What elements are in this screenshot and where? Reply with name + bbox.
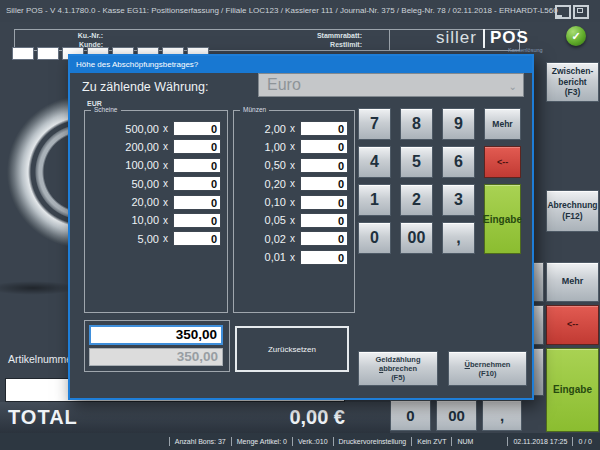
denomination-count-input[interactable]: 0 <box>300 176 348 191</box>
denomination-label: 5,00 <box>138 233 159 245</box>
button-label-line: bericht <box>558 77 586 88</box>
minimize-icon[interactable] <box>555 5 571 19</box>
settlement-button[interactable]: Abrechnung(F12) <box>546 190 599 232</box>
main-key-0[interactable]: 0 <box>390 400 431 431</box>
key-4[interactable]: 4 <box>358 146 391 178</box>
denomination-count-input[interactable]: 0 <box>300 139 348 154</box>
denomination-count-input[interactable]: 0 <box>173 176 221 191</box>
denomination-row: 200,00 x 0 <box>85 139 227 154</box>
key-1[interactable]: 1 <box>358 184 391 216</box>
cancel-count-button[interactable]: Geldzählung abbrechen (F5) <box>358 351 438 386</box>
total-bar: TOTAL 0,00 € <box>0 402 390 433</box>
bills-group: Scheine 500,00 x 0 200,00 x 0 100,00 x <box>84 110 228 313</box>
multiply-sign: x <box>163 178 168 189</box>
denomination-row: 2,00 x 0 <box>234 121 354 136</box>
button-label-line: (F12) <box>562 211 582 222</box>
article-number-label: Artikelnummer <box>8 353 76 365</box>
multiply-sign: x <box>163 123 168 134</box>
button-label-line: (F3) <box>565 87 581 98</box>
key-enter[interactable]: Eingabe <box>484 184 521 254</box>
denomination-count-input[interactable]: 0 <box>300 195 348 210</box>
restore-icon[interactable] <box>573 5 589 19</box>
denomination-count-input[interactable]: 0 <box>173 158 221 173</box>
key-comma[interactable]: , <box>442 222 475 254</box>
denomination-count-input[interactable]: 0 <box>300 121 348 136</box>
apply-button[interactable]: Übernehmen (F10) <box>448 351 527 386</box>
key-0[interactable]: 0 <box>358 222 391 254</box>
sum-input[interactable]: 350,00 <box>89 325 223 345</box>
siller-pos-logo: siller POS Kassenlösung <box>436 28 529 48</box>
denomination-count-input[interactable]: 0 <box>300 213 348 228</box>
cash-count-dialog: Höhe des Abschöpfungsbetrages? Zu zählen… <box>68 54 534 400</box>
denomination-count-input[interactable]: 0 <box>173 231 221 246</box>
coins-group-label: Münzen <box>240 106 269 113</box>
denomination-row: 0,01 x 0 <box>234 250 354 265</box>
denomination-label: 200,00 <box>125 141 159 153</box>
window-titlebar: Siller POS - V 4.1.1780.0 - Kasse EG11: … <box>0 0 600 22</box>
denomination-label: 0,02 <box>265 233 286 245</box>
denomination-label: 10,00 <box>131 214 159 226</box>
ring-shadow-graphic <box>0 281 78 295</box>
button-label-line: <-- <box>567 319 578 330</box>
denomination-count-input[interactable]: 0 <box>173 213 221 228</box>
logo-text-siller: siller <box>436 28 477 48</box>
button-label-line: Zwischen- <box>552 66 594 77</box>
currency-select[interactable]: Euro ⌄ <box>258 73 524 97</box>
multiply-sign: x <box>290 123 295 134</box>
sum-group: 350,00 350,00 <box>84 320 230 372</box>
denomination-label: 500,00 <box>125 123 159 135</box>
logo-separator <box>483 29 485 48</box>
denomination-count-input[interactable]: 0 <box>300 250 348 265</box>
total-value: 0,00 € <box>289 406 345 429</box>
quick-slot[interactable] <box>37 47 59 60</box>
key-6[interactable]: 6 <box>442 146 475 178</box>
status-item: Verk.:010 <box>292 437 333 446</box>
denomination-row: 0,02 x 0 <box>234 231 354 246</box>
key-backspace[interactable]: <-- <box>484 146 521 178</box>
multiply-sign: x <box>163 160 168 171</box>
key-00[interactable]: 00 <box>400 222 433 254</box>
multiply-sign: x <box>163 141 168 152</box>
bills-rows: 500,00 x 0 200,00 x 0 100,00 x 0 50 <box>85 111 227 246</box>
quick-slot[interactable] <box>12 47 34 60</box>
key-9[interactable]: 9 <box>442 108 475 140</box>
backspace-button[interactable]: <-- <box>546 305 599 345</box>
coins-group: Münzen 2,00 x 0 1,00 x 0 0,50 x 0 <box>233 110 355 313</box>
key-5[interactable]: 5 <box>400 146 433 178</box>
status-item: Anzahl Bons: 37 <box>169 437 231 446</box>
status-item: Menge Artikel: 0 <box>231 437 292 446</box>
denomination-row: 10,00 x 0 <box>85 213 227 228</box>
main-key-00[interactable]: 00 <box>436 400 477 431</box>
denomination-label: 1,00 <box>265 141 286 153</box>
key-2[interactable]: 2 <box>400 184 433 216</box>
dialog-keypad: 7 8 9 Mehr 4 5 6 <-- 1 2 3 Eingabe 0 00 … <box>358 108 521 254</box>
denomination-count-input[interactable]: 0 <box>300 231 348 246</box>
denomination-count-input[interactable]: 0 <box>173 195 221 210</box>
main-key-comma[interactable]: , <box>482 400 522 431</box>
key-8[interactable]: 8 <box>400 108 433 140</box>
multiply-sign: x <box>290 197 295 208</box>
status-item: 0 / 0 <box>572 437 597 446</box>
enter-button[interactable]: Eingabe <box>546 348 599 432</box>
window-title: Siller POS - V 4.1.1780.0 - Kasse EG11: … <box>6 6 558 15</box>
key-7[interactable]: 7 <box>358 108 391 140</box>
multiply-sign: x <box>163 233 168 244</box>
denomination-count-input[interactable]: 0 <box>173 139 221 154</box>
multiply-sign: x <box>163 197 168 208</box>
button-label-line: Eingabe <box>553 384 592 397</box>
check-icon: ✓ <box>566 26 586 46</box>
status-bar: Anzahl Bons: 37Menge Artikel: 0Verk.:010… <box>0 433 600 450</box>
denomination-count-input[interactable]: 0 <box>173 121 221 136</box>
reset-button[interactable]: Zurücksetzen <box>235 326 349 372</box>
discount-label: Stammrabatt: <box>15 32 362 39</box>
denomination-row: 5,00 x 0 <box>85 231 227 246</box>
denomination-label: 0,01 <box>265 251 286 263</box>
key-more[interactable]: Mehr <box>484 108 521 140</box>
interim-report-button[interactable]: Zwischen-bericht(F3) <box>546 62 599 102</box>
denomination-row: 50,00 x 0 <box>85 176 227 191</box>
multiply-sign: x <box>290 233 295 244</box>
more-button[interactable]: Mehr <box>546 262 599 302</box>
key-3[interactable]: 3 <box>442 184 475 216</box>
denomination-label: 100,00 <box>125 159 159 171</box>
denomination-count-input[interactable]: 0 <box>300 158 348 173</box>
